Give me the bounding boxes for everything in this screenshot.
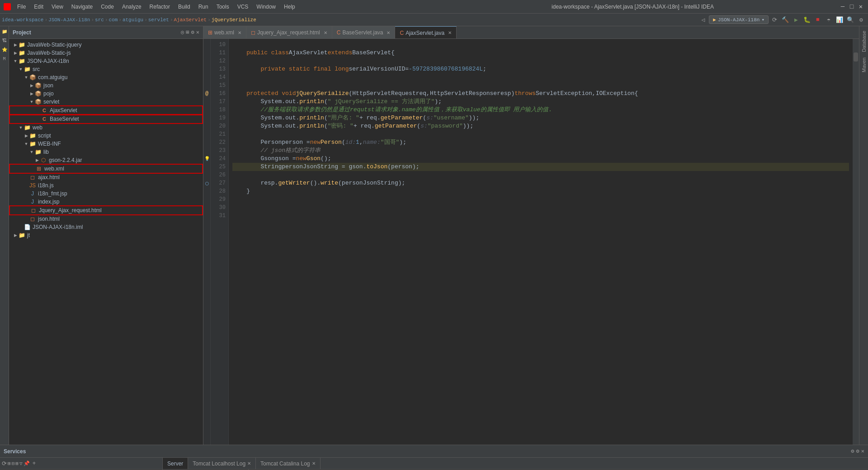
- breadcrumb-project[interactable]: JSON-AJAX-i18n: [48, 17, 90, 23]
- search-everywhere-icon[interactable]: 🔍: [845, 15, 855, 25]
- back-icon[interactable]: ◁: [698, 15, 708, 25]
- tree-item-iml[interactable]: ▶ 📄 JSON-AJAX-i18n.iml: [9, 223, 203, 231]
- tree-item-com-atguigu[interactable]: ▼ 📦 com.atguigu: [9, 73, 203, 81]
- scrollbar-thumb[interactable]: [854, 52, 858, 62]
- tree-item-json-html[interactable]: ▶ ◻ json.html: [9, 215, 203, 223]
- tree-item-json[interactable]: ▶ 📦 json: [9, 81, 203, 90]
- tree-item-servlet[interactable]: ▼ 📦 servlet: [9, 98, 203, 106]
- tree-item-javaWeb-Static-js[interactable]: ▶ 📁 JavaWeb-Static-js: [9, 49, 203, 57]
- tab-ajax-servlet[interactable]: C AjaxServlet.java ✕: [395, 26, 457, 39]
- services-settings-icon[interactable]: ⚙: [851, 448, 854, 455]
- services-add-icon[interactable]: +: [33, 460, 36, 467]
- tree-item-web[interactable]: ▼ 📁 web: [9, 123, 203, 132]
- structure-sidebar-icon[interactable]: 🏗: [1, 37, 8, 44]
- services-pin-icon[interactable]: 📌: [24, 461, 30, 466]
- debug-icon[interactable]: 🐛: [802, 15, 812, 25]
- breadcrumb-class[interactable]: AjaxServlet: [174, 17, 207, 23]
- menu-run[interactable]: Run: [195, 3, 212, 11]
- srv-tab-localhost-log[interactable]: Tomcat Localhost Log ✕: [188, 458, 256, 469]
- tab-close-icon[interactable]: ✕: [448, 30, 452, 35]
- services-group-icon[interactable]: ⊞: [15, 461, 19, 466]
- breadcrumb-servlet[interactable]: servlet: [148, 17, 169, 23]
- breadcrumb-atguigu[interactable]: atguigu: [123, 17, 143, 23]
- maximize-button[interactable]: □: [848, 3, 855, 10]
- tree-item-jquery-ajax-html[interactable]: ▶ ◻ Jquery_Ajax_request.html: [10, 206, 202, 214]
- stop-icon[interactable]: ■: [813, 15, 823, 25]
- menu-edit[interactable]: Edit: [30, 3, 47, 11]
- tab-web-xml[interactable]: ⊞ web.xml ✕: [203, 26, 246, 39]
- tree-item-index-jsp[interactable]: ▶ J index.jsp: [9, 198, 203, 206]
- menu-refactor[interactable]: Refactor: [146, 3, 174, 11]
- gutter-line: [203, 130, 210, 138]
- tree-item-AjaxServlet[interactable]: ▶ C AjaxServlet: [10, 106, 202, 114]
- breadcrumb-method[interactable]: jQuerySerialize: [212, 17, 256, 23]
- xml-icon: ⊞: [208, 29, 212, 36]
- menu-tools[interactable]: Tools: [213, 3, 233, 11]
- breadcrumb-com[interactable]: com: [108, 17, 118, 23]
- project-close-icon[interactable]: ✕: [196, 29, 199, 36]
- tab-jquery-ajax[interactable]: ◻ Jquery_Ajax_request.html ✕: [246, 26, 332, 39]
- folder-icon: 📁: [18, 41, 25, 48]
- breadcrumb-src[interactable]: src: [95, 17, 104, 23]
- services-filter-icon[interactable]: ▽: [19, 461, 23, 466]
- favorites-sidebar-icon[interactable]: ⭐: [1, 46, 8, 53]
- right-tab-maven[interactable]: Maven: [860, 55, 868, 75]
- bulb-icon[interactable]: 💡: [204, 156, 210, 161]
- menu-analyze[interactable]: Analyze: [118, 3, 145, 11]
- tree-item-javaWeb-Static-jquery[interactable]: ▶ 📁 JavaWeb-Static-jquery: [9, 41, 203, 49]
- minimize-button[interactable]: ─: [839, 3, 846, 10]
- project-expand-icon[interactable]: ⊞: [186, 29, 189, 36]
- close-button[interactable]: ✕: [857, 3, 864, 10]
- services-expand-icon[interactable]: ⊞: [8, 461, 11, 466]
- tree-item-json-ajax-i18n[interactable]: ▼ 📁 JSON-AJAX-i18n: [9, 57, 203, 65]
- menu-help[interactable]: Help: [280, 3, 299, 11]
- tree-item-BaseServlet[interactable]: ▶ C BaseServlet: [10, 115, 202, 123]
- tree-item-i18n-js[interactable]: ▶ JS i18n.js: [9, 181, 203, 190]
- project-settings-icon[interactable]: ⚙: [191, 29, 194, 36]
- gutter-line: [203, 106, 210, 114]
- editor-scrollbar[interactable]: [853, 39, 859, 445]
- maven-sidebar-icon[interactable]: M: [1, 55, 8, 62]
- tree-item-WEB-INF[interactable]: ▼ 📁 WEB-INF: [9, 140, 203, 148]
- services-close-icon[interactable]: ✕: [861, 448, 864, 455]
- breadcrumb-workspace[interactable]: idea-workspace: [2, 17, 43, 23]
- tab-close-icon[interactable]: ✕: [238, 30, 241, 35]
- services-collapse-icon[interactable]: ⊟: [12, 461, 15, 466]
- tab-base-servlet[interactable]: C BaseServlet.java ✕: [332, 26, 396, 39]
- menu-window[interactable]: Window: [253, 3, 279, 11]
- tree-item-lib[interactable]: ▼ 📁 lib: [9, 148, 203, 156]
- menu-build[interactable]: Build: [175, 3, 194, 11]
- tree-item-script[interactable]: ▶ 📁 script: [9, 132, 203, 140]
- tree-item-i18n-fmt-jsp[interactable]: ▶ J i18n_fmt.jsp: [9, 190, 203, 198]
- right-tab-database[interactable]: Database: [860, 28, 868, 55]
- project-sidebar-icon[interactable]: 📁: [1, 28, 8, 35]
- tab-close-icon[interactable]: ✕: [324, 30, 327, 35]
- services-gear-icon[interactable]: ⚙: [856, 448, 859, 455]
- menu-code[interactable]: Code: [97, 3, 118, 11]
- tree-item-ajax-html[interactable]: ▶ ◻ ajax.html: [9, 173, 203, 181]
- menu-view[interactable]: View: [48, 3, 67, 11]
- run-config[interactable]: ▶ JSON-AJAX-i18n ▾: [709, 15, 769, 24]
- refresh-icon[interactable]: ⟳: [769, 15, 779, 25]
- tree-item-jt[interactable]: ▶ 📁 jt: [9, 231, 203, 239]
- menu-navigate[interactable]: Navigate: [68, 3, 96, 11]
- tab-close-icon[interactable]: ✕: [387, 30, 390, 35]
- tree-item-pojo[interactable]: ▶ 📦 pojo: [9, 90, 203, 98]
- tree-item-src[interactable]: ▼ 📁 src: [9, 65, 203, 73]
- srv-tab-catalina-log[interactable]: Tomcat Catalina Log ✕: [256, 458, 320, 469]
- project-locate-icon[interactable]: ◎: [181, 29, 184, 36]
- tree-item-gson-jar[interactable]: ▶ ⬡ gson-2.2.4.jar: [9, 156, 203, 164]
- run-icon[interactable]: ▶: [791, 15, 801, 25]
- menu-vcs[interactable]: VCS: [234, 3, 252, 11]
- srv-tab-server[interactable]: Server: [163, 458, 188, 469]
- settings-icon[interactable]: ⚙: [856, 15, 866, 25]
- build-icon[interactable]: 🔨: [780, 15, 790, 25]
- profile-icon[interactable]: 📊: [835, 15, 844, 25]
- code-content[interactable]: public class AjaxServlet extends BaseSer…: [229, 39, 853, 445]
- tree-item-web-xml[interactable]: ▶ ⊞ web.xml: [10, 165, 202, 173]
- srv-tab-close-icon[interactable]: ✕: [312, 461, 316, 466]
- srv-tab-close-icon[interactable]: ✕: [247, 461, 251, 466]
- menu-file[interactable]: File: [14, 3, 29, 11]
- coverage-icon[interactable]: ☂: [824, 15, 834, 25]
- services-refresh-icon[interactable]: ⟳: [2, 460, 7, 467]
